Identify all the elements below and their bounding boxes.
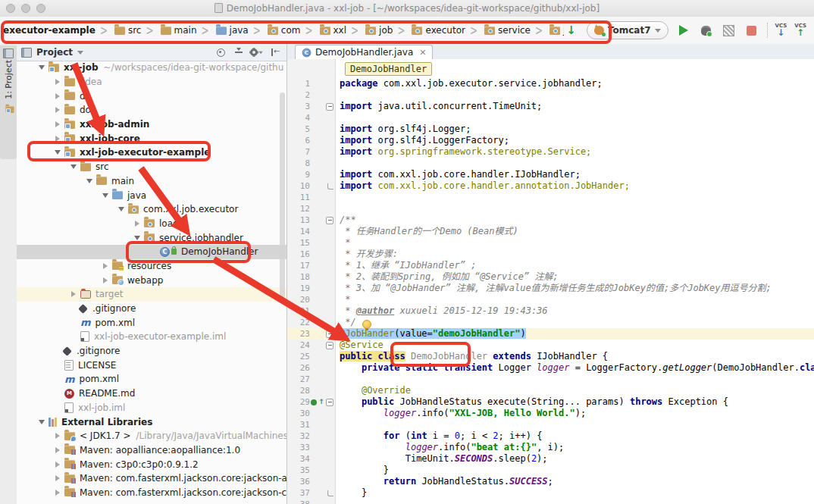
tree-item-external-libraries[interactable]: External Libraries [17, 415, 286, 429]
settings-button[interactable] [250, 45, 264, 59]
breadcrumb-item-src[interactable]: src [111, 23, 143, 37]
tree-item--jdk1.7-[interactable]: < JDK1.7 >/Library/Java/JavaVirtualMachi… [17, 429, 286, 443]
fold-collapse-icon[interactable] [326, 103, 333, 111]
tree-item-resources[interactable]: resources [17, 259, 286, 274]
tree-item-pom.xml[interactable]: pom.xml [17, 372, 286, 387]
line-number: 18 [287, 271, 310, 283]
tree-item-main[interactable]: main [17, 174, 286, 189]
tree-item-xxl-job.iml[interactable]: xxl-job.iml [17, 401, 286, 415]
override-method-icon[interactable] [311, 399, 317, 405]
breadcrumb-item-job[interactable]: job [362, 23, 394, 37]
collapsed-arrow-icon[interactable] [132, 221, 142, 227]
code-text [336, 112, 340, 124]
expanded-arrow-icon[interactable] [52, 150, 62, 155]
breadcrumb-item-executor[interactable]: executor [408, 23, 466, 37]
intention-bulb-icon[interactable] [362, 320, 371, 329]
hide-panel-button[interactable] [268, 45, 282, 59]
vcs-update-button[interactable]: VCS↓ [775, 23, 787, 37]
tree-item-com.xxl.job.executor[interactable]: com.xxl.job.executor [17, 202, 286, 217]
fold-collapse-icon[interactable] [326, 330, 333, 338]
collapsed-arrow-icon[interactable] [52, 136, 62, 142]
tree-item-webapp[interactable]: webapp [17, 273, 286, 287]
tree-item-target[interactable]: target [17, 287, 286, 302]
collapsed-arrow-icon[interactable] [52, 93, 62, 99]
collapsed-arrow-icon[interactable] [52, 107, 62, 113]
editor-tab[interactable]: DemoJobHandler.java ✕ [295, 45, 433, 59]
expanded-arrow-icon[interactable] [68, 164, 78, 169]
collapsed-arrow-icon[interactable] [68, 291, 78, 297]
expanded-arrow-icon[interactable] [36, 65, 46, 70]
tree-item-xxl-job-executor-example[interactable]: xxl-job-executor-example [17, 146, 286, 160]
breadcrumb-item-service[interactable]: service [481, 23, 532, 37]
tree-item-.idea[interactable]: .idea [17, 75, 286, 89]
tree-item-loader[interactable]: loader [17, 217, 286, 231]
fold-collapse-icon[interactable] [326, 217, 333, 224]
collapsed-arrow-icon[interactable] [52, 433, 62, 439]
breadcrumb-item-jobhandler[interactable]: jobhandler [546, 23, 564, 37]
chevron-down-icon[interactable] [77, 51, 83, 55]
collapsed-arrow-icon[interactable] [52, 490, 62, 496]
tree-item-xxl-job-core[interactable]: xxl-job-core [17, 131, 286, 146]
breadcrumb-item-main[interactable]: main [157, 23, 199, 37]
tree-item-label: DemoJobHandler [181, 246, 258, 257]
code-line-17: 17 * 1、继承 “IJobHandler” ; [287, 260, 814, 271]
code-editor[interactable]: DemoJobHandler 1package com.xxl.job.exec… [287, 59, 814, 504]
tree-item-db[interactable]: db [17, 89, 286, 103]
tree-item-doc[interactable]: doc [17, 103, 286, 117]
expanded-arrow-icon[interactable] [132, 236, 142, 240]
gutter-cell [310, 328, 336, 340]
fold-collapse-icon[interactable] [326, 399, 333, 406]
tree-item-demojobhandler[interactable]: DemoJobHandler [17, 245, 286, 259]
tree-item-.gitignore[interactable]: .gitignore [17, 302, 286, 316]
tree-item-service.jobhandler[interactable]: service.jobhandler [17, 230, 286, 245]
expanded-arrow-icon[interactable] [100, 193, 110, 198]
tree-item-label: src [95, 161, 109, 172]
project-tool-window-tab[interactable]: 1: Project [0, 45, 17, 159]
expanded-arrow-icon[interactable] [36, 420, 46, 424]
collapsed-arrow-icon[interactable] [52, 447, 62, 453]
tree-item-maven-aopalliance-aopalliance-1.0[interactable]: Maven: aopalliance:aopalliance:1.0 [17, 443, 286, 458]
tree-item-maven-c3p0-c3p0-0.9.1.2[interactable]: Maven: c3p0:c3p0:0.9.1.2 [17, 457, 286, 471]
maven-icon [80, 318, 91, 327]
tree-item-xxl-job-executor-example.iml[interactable]: xxl-job-executor-example.iml [17, 330, 286, 344]
tree-item-pom.xml[interactable]: pom.xml [17, 315, 286, 330]
fold-end-icon [327, 490, 333, 496]
override-arrow-icon: ↑ [318, 396, 324, 408]
expanded-arrow-icon[interactable] [84, 179, 94, 183]
run-configuration-select[interactable]: Tomcat7 [587, 21, 668, 39]
collapse-all-button[interactable] [232, 45, 246, 59]
update-project-button[interactable]: ↓ [564, 23, 579, 38]
tree-item-src[interactable]: src [17, 160, 286, 174]
collapsed-arrow-icon[interactable] [52, 462, 62, 468]
collapsed-arrow-icon[interactable] [52, 121, 62, 127]
expanded-arrow-icon[interactable] [116, 207, 126, 211]
close-tab-icon[interactable]: ✕ [419, 48, 426, 58]
tree-item-xxl-job-admin[interactable]: xxl-job-admin [17, 117, 286, 132]
collapsed-arrow-icon[interactable] [100, 263, 110, 269]
debug-button[interactable] [699, 23, 714, 38]
breadcrumb-separator-icon: > [535, 23, 543, 37]
tree-item-maven-com.fasterxml.jackson.core-jackson-an[interactable]: Maven: com.fasterxml.jackson.core:jackso… [17, 471, 286, 486]
locate-file-button[interactable] [214, 45, 227, 59]
tree-item-java[interactable]: java [17, 188, 286, 202]
tree-item-license[interactable]: LICENSE [17, 358, 286, 372]
collapsed-arrow-icon[interactable] [52, 475, 62, 481]
tree-scrollbar[interactable] [280, 92, 285, 299]
collapsed-arrow-icon[interactable] [52, 79, 62, 85]
tree-item-xxl-job[interactable]: xxl-job~/workspaces/idea-git-workspace/g… [17, 61, 286, 75]
vcs-commit-button[interactable]: VCS↑ [794, 23, 806, 37]
tree-item-readme.md[interactable]: README.md [17, 387, 286, 401]
breadcrumb-item-xxl[interactable]: xxl [316, 23, 349, 37]
tree-item-.gitignore[interactable]: .gitignore [17, 344, 286, 358]
tree-item-maven-com.fasterxml.jackson.core-jackson-co[interactable]: Maven: com.fasterxml.jackson.core:jackso… [17, 486, 286, 500]
breadcrumb-item-executor-example[interactable]: executor-example [2, 23, 97, 37]
breadcrumb-item-java[interactable]: java [212, 23, 250, 37]
run-button[interactable] [676, 23, 691, 38]
coverage-button[interactable] [722, 23, 737, 38]
breadcrumb-label: executor-example [3, 25, 95, 36]
line-number: 9 [287, 169, 310, 180]
collapsed-arrow-icon[interactable] [100, 277, 110, 283]
stop-button[interactable] [744, 23, 759, 38]
breadcrumb-item-com[interactable]: com [264, 23, 302, 37]
fold-collapse-icon[interactable] [326, 342, 333, 349]
